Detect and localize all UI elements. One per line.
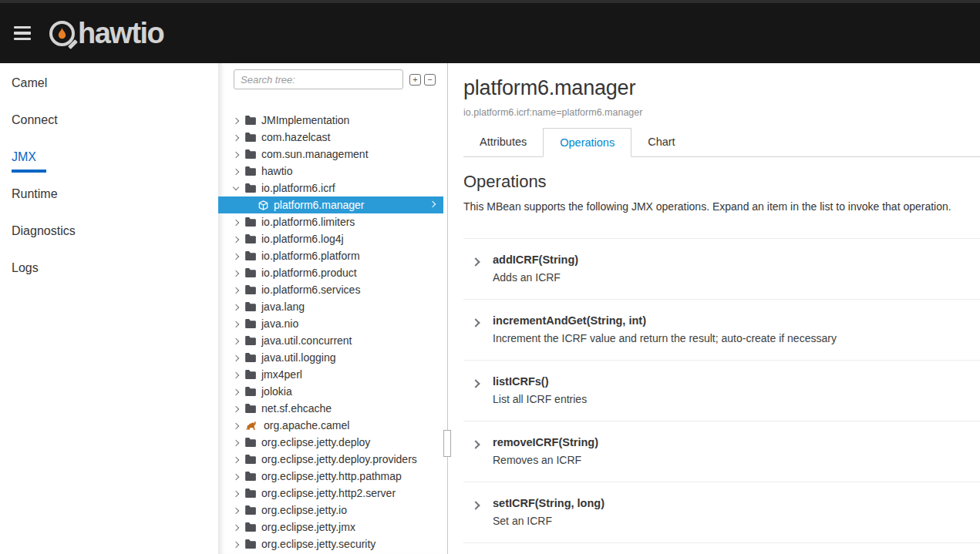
expand-all-button[interactable]: + (409, 74, 421, 86)
tree-item-label: jolokia (261, 385, 292, 398)
tree-item-label: jmx4perl (261, 368, 302, 381)
tree-scrollbar-thumb[interactable] (443, 430, 451, 457)
main-content: platform6.manager io.platform6.icrf:name… (448, 63, 980, 554)
tab-operations[interactable]: Operations (543, 128, 631, 157)
chevron-down-icon[interactable] (233, 184, 239, 190)
tree-item-label: hawtio (261, 165, 292, 177)
chevron-right-icon[interactable] (233, 541, 239, 547)
tree-item-label: org.eclipse.jetty.deploy (261, 436, 370, 448)
tree-item-io.platform6.log4j[interactable]: io.platform6.log4j (218, 230, 447, 247)
chevron-right-icon[interactable] (233, 219, 239, 225)
mbean-tabs: AttributesOperationsChart (463, 128, 980, 157)
chevron-right-icon[interactable] (233, 270, 239, 276)
tree-item-io.platform6.limiters[interactable]: io.platform6.limiters (218, 213, 447, 230)
tree-item-org.apache.camel[interactable]: org.apache.camel (218, 417, 447, 434)
tree-item-JMImplementation[interactable]: JMImplementation (218, 112, 447, 129)
tree-item-java.util.logging[interactable]: java.util.logging (218, 349, 447, 366)
tree-item-org.eclipse.jetty.deploy[interactable]: org.eclipse.jetty.deploy (218, 434, 447, 451)
tree-item-org.eclipse.jetty.http2.server[interactable]: org.eclipse.jetty.http2.server (218, 485, 447, 502)
tree-item-io.platform6.product[interactable]: io.platform6.product (218, 264, 447, 281)
chevron-right-icon[interactable] (233, 473, 239, 479)
chevron-right-icon[interactable] (233, 371, 239, 378)
chevron-right-icon[interactable] (233, 117, 239, 123)
tree-item-io.platform6.platform[interactable]: io.platform6.platform (218, 247, 447, 264)
folder-icon (245, 166, 256, 176)
tree-item-label: io.platform6.limiters (261, 216, 355, 228)
tree-item-org.eclipse.jetty.io[interactable]: org.eclipse.jetty.io (218, 502, 447, 519)
sidebar-item-diagnostics[interactable]: Diagnostics (0, 213, 218, 250)
chevron-right-icon[interactable] (233, 490, 239, 496)
tree-item-platform6.manager[interactable]: platform6.manager (218, 196, 443, 213)
tree-search-input[interactable] (234, 69, 403, 89)
tree-item-net.sf.ehcache[interactable]: net.sf.ehcache (218, 400, 447, 417)
tree-item-com.sun.management[interactable]: com.sun.management (218, 146, 447, 163)
jmx-tree-panel: + − JMImplementationcom.hazelcastcom.sun… (218, 63, 448, 554)
tree-item-label: JMImplementation (261, 114, 349, 126)
chevron-right-icon[interactable] (233, 354, 239, 361)
tree-item-jolokia[interactable]: jolokia (218, 383, 447, 400)
chevron-right-icon[interactable] (233, 456, 239, 462)
sidebar-item-runtime[interactable]: Runtime (0, 176, 218, 213)
tree-item-hawtio[interactable]: hawtio (218, 163, 447, 180)
sidebar-item-logs[interactable]: Logs (0, 250, 218, 287)
operation-row[interactable]: removeICRF(String)Removes an ICRF (463, 421, 980, 482)
tree-item-label: net.sf.ehcache (261, 402, 332, 415)
operation-row[interactable]: addICRF(String)Adds an ICRF (463, 238, 980, 299)
chevron-right-icon[interactable] (233, 337, 239, 344)
operation-row[interactable]: incrementAndGet(String, int)Increment th… (463, 299, 980, 360)
chevron-right-icon[interactable] (471, 257, 480, 266)
operation-row[interactable]: listICRFs()List all ICRF entries (463, 360, 980, 421)
mbean-tree: JMImplementationcom.hazelcastcom.sun.man… (218, 112, 447, 552)
chevron-right-icon[interactable] (233, 134, 239, 140)
chevron-right-icon[interactable] (471, 379, 480, 388)
folder-icon (245, 505, 256, 515)
sidebar: CamelConnectJMXRuntimeDiagnosticsLogs (0, 63, 218, 554)
folder-icon (245, 387, 256, 396)
tree-item-org.eclipse.jetty.security[interactable]: org.eclipse.jetty.security (218, 536, 447, 552)
chevron-right-icon[interactable] (233, 304, 239, 310)
chevron-right-icon[interactable] (233, 405, 239, 411)
tree-item-org.eclipse.jetty.jmx[interactable]: org.eclipse.jetty.jmx (218, 519, 447, 536)
chevron-right-icon[interactable] (233, 388, 239, 395)
sidebar-item-connect[interactable]: Connect (0, 102, 218, 139)
chevron-right-icon (429, 201, 436, 207)
chevron-right-icon[interactable] (233, 287, 239, 293)
chevron-right-icon[interactable] (471, 501, 480, 509)
folder-icon (245, 268, 256, 277)
chevron-right-icon[interactable] (233, 422, 239, 428)
sidebar-item-jmx[interactable]: JMX (0, 139, 218, 176)
tree-item-io.platform6.icrf[interactable]: io.platform6.icrf (218, 180, 447, 196)
chevron-right-icon[interactable] (471, 318, 480, 327)
tree-item-label: io.platform6.icrf (261, 182, 335, 194)
folder-icon (245, 370, 256, 379)
operation-row[interactable]: setICRF(String, long)Set an ICRF (463, 482, 980, 543)
sidebar-item-camel[interactable]: Camel (0, 65, 218, 102)
collapse-all-button[interactable]: − (424, 74, 436, 86)
tree-item-java.nio[interactable]: java.nio (218, 315, 447, 332)
chevron-right-icon[interactable] (233, 168, 239, 174)
folder-icon (245, 302, 256, 311)
tree-item-java.util.concurrent[interactable]: java.util.concurrent (218, 332, 447, 349)
chevron-right-icon[interactable] (233, 253, 239, 259)
tree-item-jmx4perl[interactable]: jmx4perl (218, 366, 447, 383)
tree-item-java.lang[interactable]: java.lang (218, 298, 447, 315)
operation-name: removeICRF(String) (493, 436, 598, 448)
tree-item-com.hazelcast[interactable]: com.hazelcast (218, 129, 447, 146)
chevron-right-icon[interactable] (233, 236, 239, 242)
chevron-right-icon[interactable] (471, 440, 480, 448)
tree-item-org.eclipse.jetty.deploy.providers[interactable]: org.eclipse.jetty.deploy.providers (218, 451, 447, 468)
tree-item-io.platform6.services[interactable]: io.platform6.services (218, 281, 447, 298)
chevron-right-icon[interactable] (233, 439, 239, 445)
menu-toggle-button[interactable] (11, 23, 34, 44)
operation-description: Increment the ICRF value and return the … (493, 332, 837, 344)
chevron-right-icon[interactable] (233, 507, 239, 513)
tab-attributes[interactable]: Attributes (463, 128, 543, 157)
page-title: platform6.manager (463, 76, 980, 100)
chevron-right-icon[interactable] (233, 151, 239, 157)
tab-chart[interactable]: Chart (631, 128, 691, 157)
tree-item-label: java.nio (261, 317, 298, 330)
chevron-right-icon[interactable] (233, 321, 239, 327)
folder-icon (245, 455, 256, 464)
tree-item-org.eclipse.jetty.http.pathmap[interactable]: org.eclipse.jetty.http.pathmap (218, 468, 447, 485)
chevron-right-icon[interactable] (233, 524, 239, 530)
